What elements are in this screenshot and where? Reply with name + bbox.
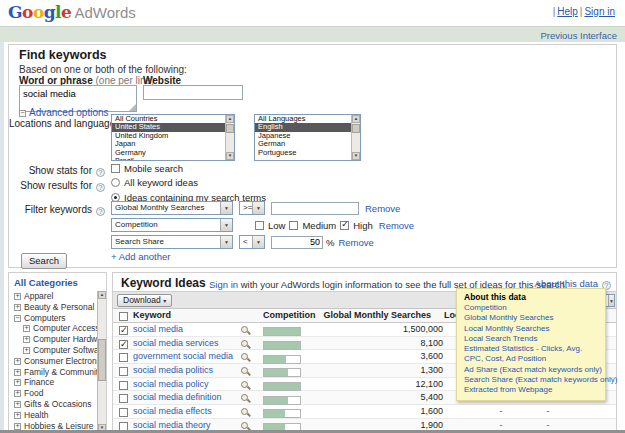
keyword-link[interactable]: social media xyxy=(133,324,183,334)
languages-listbox[interactable]: All LanguagesEnglishJapaneseGermanPortug… xyxy=(254,114,361,161)
keyword-checkbox[interactable] xyxy=(119,394,128,403)
dropdown-arrow-icon[interactable] xyxy=(252,202,264,214)
tooltip-link[interactable]: Extracted from Webpage xyxy=(464,385,598,395)
keyword-checkbox[interactable] xyxy=(119,353,128,362)
filter-field-select[interactable]: Global Monthly Searches xyxy=(111,201,233,215)
keyword-link[interactable]: social media services xyxy=(133,338,219,348)
radio-button[interactable] xyxy=(111,178,120,187)
language-option[interactable]: Portuguese xyxy=(255,149,360,157)
country-option[interactable]: Brazil xyxy=(112,157,234,161)
scroll-up-icon[interactable]: ▲ xyxy=(352,115,360,123)
category-item[interactable]: +Computer Accessories xyxy=(9,323,97,334)
expand-icon[interactable]: + xyxy=(14,390,21,397)
tooltip-link[interactable]: Local Search Trends xyxy=(464,334,598,344)
nav-link-sign-in[interactable]: Sign in xyxy=(584,6,615,17)
listbox-scrollbar[interactable]: ▲▼ xyxy=(351,115,360,160)
magnifier-icon[interactable] xyxy=(241,407,251,417)
help-icon[interactable] xyxy=(96,183,105,192)
search-button[interactable]: Search xyxy=(21,253,67,269)
filter-field-select[interactable]: Competition xyxy=(111,218,233,232)
keyword-link[interactable]: social media theory xyxy=(133,420,211,430)
resize-grip-icon[interactable] xyxy=(129,104,136,111)
scroll-down-icon[interactable]: ▼ xyxy=(352,152,360,160)
tooltip-link[interactable]: Local Monthly Searches xyxy=(464,324,598,334)
category-item[interactable]: +Finance xyxy=(9,377,97,388)
expand-icon[interactable]: + xyxy=(14,412,21,419)
keyword-link[interactable]: social media effects xyxy=(133,406,212,416)
magnifier-icon[interactable] xyxy=(241,352,251,362)
keyword-link[interactable]: social media policy xyxy=(133,379,209,389)
tooltip-link[interactable]: Ad Share (Exact match keywords only) xyxy=(464,365,598,375)
nav-link-help[interactable]: Help xyxy=(557,6,578,17)
scrollbar-thumb[interactable] xyxy=(226,124,234,133)
category-item[interactable]: +Beauty & Personal Care xyxy=(9,302,97,313)
category-item[interactable]: −Computers xyxy=(9,313,97,324)
category-item[interactable]: +Computer Hardware xyxy=(9,334,97,345)
category-item[interactable]: +Food xyxy=(9,388,97,399)
keyword-link[interactable]: government social media xyxy=(133,351,233,361)
category-item[interactable]: +Health xyxy=(9,410,97,421)
download-button[interactable]: Download ▾ xyxy=(117,294,172,307)
category-item[interactable]: +Computer Software xyxy=(9,345,97,356)
remove-filter-link[interactable]: Remove xyxy=(365,203,400,214)
expand-icon[interactable]: + xyxy=(14,401,21,408)
countries-listbox[interactable]: All CountriesUnited StatesUnited Kingdom… xyxy=(111,114,235,161)
magnifier-icon[interactable] xyxy=(241,366,251,376)
dropdown-arrow-icon[interactable] xyxy=(220,202,232,214)
filter-operator-select[interactable]: >= xyxy=(239,201,265,215)
dropdown-arrow-icon[interactable] xyxy=(220,236,232,248)
expand-icon[interactable]: + xyxy=(14,423,21,430)
category-item[interactable]: +Apparel xyxy=(9,291,97,302)
expand-icon[interactable]: + xyxy=(23,325,30,332)
category-item[interactable]: +Family & Community xyxy=(9,367,97,378)
sign-in-link[interactable]: Sign in xyxy=(209,279,238,290)
filter-value-input[interactable] xyxy=(271,236,323,249)
expand-icon[interactable]: + xyxy=(14,304,21,311)
remove-filter-link[interactable]: Remove xyxy=(379,220,414,231)
expand-icon[interactable]: + xyxy=(23,347,30,354)
dropdown-arrow-icon[interactable] xyxy=(252,236,264,248)
listbox-scrollbar[interactable]: ▲▼ xyxy=(225,115,234,160)
keyword-checkbox[interactable] xyxy=(119,381,128,390)
filter-operator-select[interactable]: < xyxy=(239,235,265,249)
expand-icon[interactable]: + xyxy=(14,369,21,376)
help-icon[interactable] xyxy=(96,207,105,216)
magnifier-icon[interactable] xyxy=(241,380,251,390)
filter-field-select[interactable]: Search Share xyxy=(111,235,233,249)
scrollbar-thumb[interactable] xyxy=(98,339,106,381)
dropdown-arrow-icon[interactable] xyxy=(220,219,232,231)
scrollbar-thumb[interactable] xyxy=(352,124,360,133)
expand-icon[interactable]: + xyxy=(14,379,21,386)
tooltip-link[interactable]: Competition xyxy=(464,303,598,313)
tooltip-link[interactable]: Global Monthly Searches xyxy=(464,313,598,323)
keyword-checkbox[interactable] xyxy=(119,408,128,417)
magnifier-icon[interactable] xyxy=(241,393,251,403)
filter-value-input[interactable] xyxy=(271,202,359,215)
competition-medium-checkbox[interactable] xyxy=(289,221,298,230)
scroll-up-icon[interactable]: ▲ xyxy=(98,291,106,299)
keyword-checkbox[interactable] xyxy=(119,326,128,335)
keyword-checkbox[interactable] xyxy=(119,340,128,349)
help-icon[interactable] xyxy=(96,168,105,177)
magnifier-icon[interactable] xyxy=(241,339,251,349)
expand-icon[interactable]: + xyxy=(14,293,21,300)
collapse-icon[interactable]: − xyxy=(14,315,21,322)
category-item[interactable]: +Consumer Electronics xyxy=(9,356,97,367)
dropdown-arrow-icon[interactable] xyxy=(608,295,614,306)
mobile-search-option[interactable]: Mobile search xyxy=(111,163,183,174)
keyword-link[interactable]: social media politics xyxy=(133,365,213,375)
mobile-search-checkbox[interactable] xyxy=(111,164,120,173)
competition-low-checkbox[interactable] xyxy=(255,221,264,230)
category-item[interactable]: +Gifts & Occasions xyxy=(9,399,97,410)
column-header-keyword[interactable]: Keyword xyxy=(133,309,171,323)
result-option[interactable]: All keyword ideas xyxy=(111,177,266,188)
tooltip-link[interactable]: Search Share (Exact match keywords only) xyxy=(464,375,598,385)
tooltip-link[interactable]: Estimated Statistics - Clicks, Avg. CPC,… xyxy=(464,344,598,365)
scroll-down-icon[interactable]: ▼ xyxy=(226,152,234,160)
previous-interface-link[interactable]: Previous Interface xyxy=(540,30,617,41)
collapse-icon[interactable]: − xyxy=(19,110,26,117)
add-another-filter-link[interactable]: + Add another xyxy=(111,251,170,262)
competition-high-checkbox[interactable] xyxy=(340,221,349,230)
expand-icon[interactable]: + xyxy=(23,336,30,343)
column-header-global-monthly-searches[interactable]: Global Monthly Searches xyxy=(309,309,443,323)
